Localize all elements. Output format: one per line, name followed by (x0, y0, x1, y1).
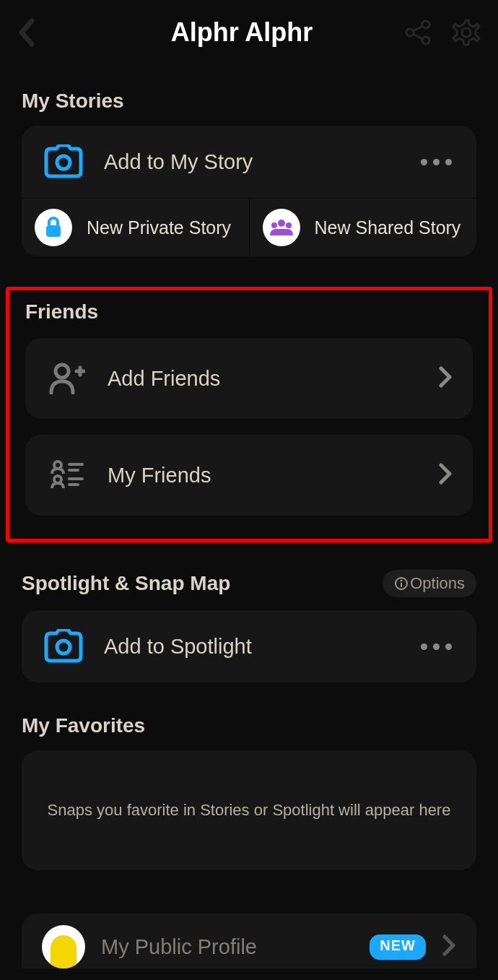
friends-highlight: Friends Add Friends (6, 287, 492, 542)
add-to-my-story-row[interactable]: Add to My Story (22, 126, 476, 198)
lock-icon (35, 209, 72, 246)
header-right (401, 18, 481, 47)
add-to-my-story-label: Add to My Story (104, 150, 402, 174)
svg-point-1 (406, 29, 414, 36)
my-friends-card: My Friends (25, 435, 473, 516)
svg-rect-7 (46, 225, 61, 237)
chevron-right-icon (438, 366, 453, 391)
section-title-favorites: My Favorites (22, 714, 476, 737)
section-title-friends: Friends (25, 300, 489, 324)
info-icon (394, 576, 409, 591)
svg-point-11 (56, 365, 69, 378)
svg-point-5 (462, 28, 471, 37)
dot-icon (421, 159, 427, 165)
favorites-empty-card: Snaps you favorite in Stories or Spotlig… (22, 750, 476, 870)
svg-point-0 (422, 21, 429, 28)
spotlight-card: Add to Spotlight (22, 610, 476, 682)
avatar (42, 925, 85, 968)
add-friends-card: Add Friends (25, 338, 473, 419)
story-options-row: New Private Story New Shared Story (22, 198, 476, 256)
dot-icon (445, 159, 452, 165)
add-friends-label: Add Friends (108, 367, 419, 391)
dot-icon (445, 643, 452, 650)
favorites-empty-text: Snaps you favorite in Stories or Spotlig… (43, 801, 455, 820)
share-button[interactable] (404, 19, 432, 46)
public-profile-label: My Public Profile (101, 935, 354, 959)
svg-point-10 (286, 222, 292, 228)
content: My Stories Add to My Story (0, 90, 498, 968)
svg-point-21 (401, 580, 403, 582)
svg-point-2 (422, 37, 429, 44)
camera-icon (42, 144, 85, 179)
share-icon (404, 19, 432, 46)
chevron-left-icon (17, 18, 36, 47)
add-friends-row[interactable]: Add Friends (25, 338, 473, 419)
avatar-bitmoji-icon (51, 935, 77, 968)
stories-card: Add to My Story New Private Story (22, 126, 476, 256)
svg-line-3 (413, 26, 423, 31)
spotlight-header: Spotlight & Snap Map Options (22, 570, 476, 597)
new-badge: NEW (370, 935, 426, 960)
chevron-right-icon (442, 935, 456, 959)
my-friends-row[interactable]: My Friends (25, 435, 473, 516)
svg-point-8 (278, 220, 285, 227)
page-title: Alphr Alphr (82, 17, 401, 48)
group-icon (263, 209, 300, 246)
section-title-spotlight: Spotlight & Snap Map (22, 572, 230, 595)
add-to-spotlight-label: Add to Spotlight (104, 635, 402, 659)
options-label: Options (410, 574, 465, 593)
camera-icon (42, 629, 85, 664)
header-left (17, 18, 82, 47)
svg-point-9 (271, 222, 277, 228)
header: Alphr Alphr (0, 0, 498, 65)
add-to-spotlight-row[interactable]: Add to Spotlight (22, 610, 476, 682)
my-friends-label: My Friends (108, 464, 419, 487)
dot-icon (421, 643, 427, 650)
svg-point-23 (57, 641, 70, 654)
chevron-right-icon (438, 463, 453, 487)
dot-icon (433, 159, 440, 165)
new-shared-story-button[interactable]: New Shared Story (249, 199, 477, 256)
new-private-story-button[interactable]: New Private Story (22, 199, 249, 256)
public-profile-row[interactable]: My Public Profile NEW (22, 914, 476, 968)
spotlight-options-button[interactable]: Options (383, 570, 476, 597)
friends-list-icon (45, 459, 89, 491)
new-private-story-label: New Private Story (87, 217, 231, 238)
section-title-stories: My Stories (22, 90, 476, 113)
new-shared-story-label: New Shared Story (315, 217, 461, 238)
gear-icon (452, 18, 481, 47)
svg-point-6 (57, 156, 70, 169)
settings-button[interactable] (452, 18, 481, 47)
add-friend-icon (45, 363, 89, 394)
back-button[interactable] (17, 18, 36, 47)
dot-icon (433, 643, 440, 650)
svg-line-4 (413, 34, 423, 39)
spotlight-more-button[interactable] (421, 643, 456, 650)
story-more-button[interactable] (421, 159, 456, 165)
